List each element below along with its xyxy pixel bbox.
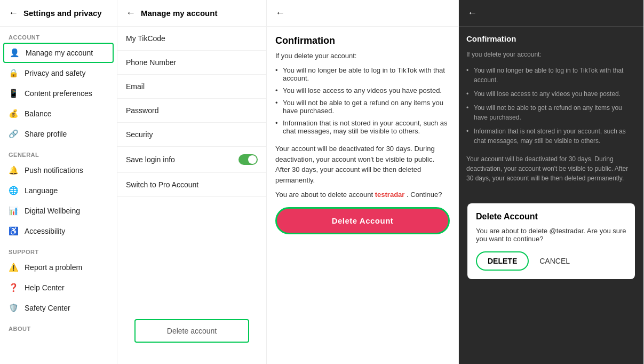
warning-icon: ⚠️ [9, 263, 18, 272]
support-section: SUPPORT ⚠️ Report a problem ❓ Help Cente… [0, 241, 117, 318]
confirmation-panel: ← Confirmation If you delete your accoun… [267, 0, 459, 364]
sidebar-item-report-problem[interactable]: ⚠️ Report a problem [0, 257, 117, 278]
dark-bullet-4: Information that is not stored in your a… [466, 124, 636, 148]
manage-account-panel-title: Manage my account [141, 9, 217, 18]
general-section-label: GENERAL [0, 144, 117, 160]
privacy-safety-label: Privacy and safety [25, 69, 85, 77]
account-section-label: ACCOUNT [0, 27, 117, 43]
menu-item-switch-to-pro[interactable]: Switch to Pro Account [117, 173, 266, 197]
dark-bullet-3: You will not be able to get a refund on … [466, 101, 636, 124]
menu-item-security[interactable]: Security [117, 123, 266, 147]
manage-account-label: Manage my account [26, 49, 93, 57]
question-icon: ❓ [9, 283, 18, 292]
sidebar-item-share-profile[interactable]: 🔗 Share profile [0, 124, 117, 144]
confirmation-bullets: You will no longer be able to log in to … [275, 64, 450, 137]
general-section: GENERAL 🔔 Push notifications 🌐 Language … [0, 144, 117, 241]
save-login-toggle[interactable] [238, 154, 258, 165]
digital-wellbeing-label: Digital Wellbeing [25, 207, 80, 215]
content-icon: 📱 [9, 89, 18, 98]
dark-confirmation-content: Confirmation If you delete your account:… [459, 27, 643, 195]
person-icon: 👤 [10, 48, 19, 58]
panel2-footer: Delete account [117, 308, 266, 364]
support-section-label: SUPPORT [0, 241, 117, 257]
dark-confirmation-panel: ← Confirmation If you delete your accoun… [459, 0, 644, 364]
accessibility-icon: ♿ [9, 226, 18, 236]
dark-confirmation-bullets: You will no longer be able to log in to … [466, 64, 636, 148]
shield-icon: 🛡️ [9, 303, 18, 313]
back-arrow-icon[interactable]: ← [9, 7, 18, 19]
menu-item-email[interactable]: Email [117, 75, 266, 99]
about-section: ABOUT [0, 318, 117, 334]
confirmation-body-text: Your account will be deactivated for 30 … [275, 144, 450, 185]
bell-icon: 🔔 [9, 165, 18, 175]
menu-item-password[interactable]: Password [117, 99, 266, 123]
confirmation-panel-header: ← [267, 0, 458, 27]
settings-panel-header: ← Settings and privacy [0, 0, 117, 27]
confirmation-title: Confirmation [275, 35, 450, 46]
delete-account-main-button[interactable]: Delete Account [275, 207, 450, 234]
accessibility-label: Accessibility [25, 227, 65, 235]
modal-delete-button[interactable]: DELETE [476, 251, 529, 271]
share-icon: 🔗 [9, 129, 18, 139]
sidebar-item-accessibility[interactable]: ♿ Accessibility [0, 221, 117, 241]
manage-account-panel: ← Manage my account My TikCode Phone Num… [117, 0, 267, 364]
dark-confirmation-title: Confirmation [466, 33, 636, 45]
sidebar-item-language[interactable]: 🌐 Language [0, 180, 117, 201]
confirmation-content: Confirmation If you delete your account:… [267, 27, 458, 364]
menu-item-my-tikcode[interactable]: My TikCode [117, 27, 266, 51]
globe-icon: 🌐 [9, 186, 18, 195]
sidebar-item-digital-wellbeing[interactable]: 📊 Digital Wellbeing [0, 201, 117, 221]
modal-title: Delete Account [476, 212, 626, 221]
dark-bullet-1: You will no longer be able to log in to … [466, 64, 636, 87]
account-section: ACCOUNT 👤 Manage my account 🔒 Privacy an… [0, 27, 117, 144]
delete-account-bottom-button[interactable]: Delete account [134, 319, 249, 343]
dark-confirmation-subtitle: If you delete your account: [466, 50, 636, 59]
dark-back-arrow-icon[interactable]: ← [467, 7, 477, 19]
delete-account-modal: Delete Account You are about to delete @… [467, 203, 635, 279]
settings-panel-title: Settings and privacy [23, 9, 102, 18]
settings-panel: ← Settings and privacy ACCOUNT 👤 Manage … [0, 0, 117, 364]
menu-item-phone-number[interactable]: Phone Number [117, 51, 266, 75]
report-problem-label: Report a problem [25, 263, 82, 272]
bullet-2: You will lose access to any videos you h… [275, 84, 450, 97]
chart-icon: 📊 [9, 206, 18, 216]
push-notif-label: Push notifications [25, 166, 83, 175]
about-section-label: ABOUT [0, 318, 117, 334]
sidebar-item-content-prefs[interactable]: 📱 Content preferences [0, 83, 117, 104]
dark-bullet-2: You will lose access to any videos you h… [466, 87, 636, 101]
manage-back-arrow-icon[interactable]: ← [126, 7, 136, 19]
confirmation-back-arrow-icon[interactable]: ← [275, 7, 285, 19]
bullet-1: You will no longer be able to log in to … [275, 64, 450, 84]
sidebar-item-manage-account[interactable]: 👤 Manage my account [3, 43, 114, 63]
bullet-3: You will not be able to get a refund on … [275, 97, 450, 117]
sidebar-item-balance[interactable]: 💰 Balance [0, 104, 117, 124]
language-label: Language [25, 186, 58, 195]
sidebar-item-push-notif[interactable]: 🔔 Push notifications [0, 160, 117, 180]
sidebar-item-safety-center[interactable]: 🛡️ Safety Center [0, 298, 117, 318]
confirmation-username: testradar [375, 191, 405, 199]
modal-cancel-button[interactable]: CANCEL [539, 257, 570, 265]
safety-center-label: Safety Center [25, 304, 70, 312]
sidebar-item-help-center[interactable]: ❓ Help Center [0, 278, 117, 298]
bullet-4: Information that is not stored in your a… [275, 117, 450, 137]
sidebar-item-privacy-safety[interactable]: 🔒 Privacy and safety [0, 63, 117, 83]
modal-body: You are about to delete @testradar. Are … [476, 227, 626, 243]
confirmation-confirm-text: You are about to delete account testrada… [275, 191, 450, 199]
confirmation-subtitle: If you delete your account: [275, 52, 450, 60]
share-profile-label: Share profile [25, 130, 67, 138]
balance-label: Balance [25, 109, 52, 118]
manage-account-panel-header: ← Manage my account [117, 0, 266, 27]
balance-icon: 💰 [9, 109, 18, 118]
menu-item-save-login-info[interactable]: Save login info [117, 147, 266, 173]
help-center-label: Help Center [25, 283, 65, 292]
lock-icon: 🔒 [9, 68, 18, 78]
dark-confirmation-body-text: Your account will be deactivated for 30 … [466, 154, 636, 183]
dark-panel-header: ← [459, 0, 643, 27]
modal-actions: DELETE CANCEL [476, 251, 626, 271]
content-prefs-label: Content preferences [25, 89, 92, 98]
